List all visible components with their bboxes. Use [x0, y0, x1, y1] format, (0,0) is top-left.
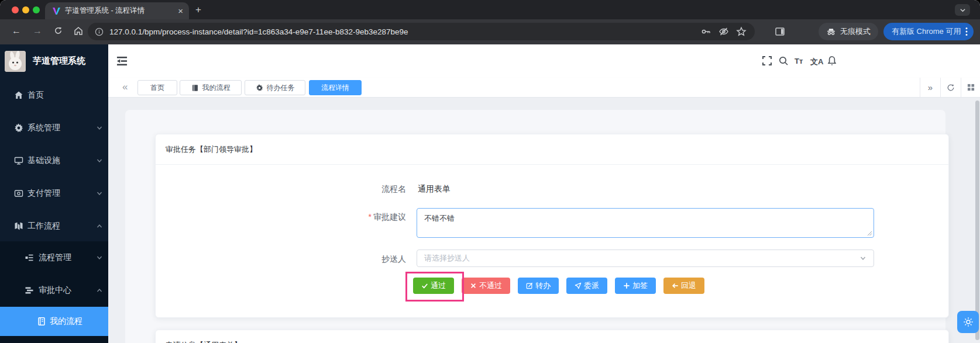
- chevron-down-icon: [96, 254, 103, 261]
- close-tab-icon[interactable]: ×: [178, 6, 183, 15]
- sidebar-item-process-mgmt[interactable]: 流程管理: [0, 241, 108, 274]
- settings-fab-button[interactable]: [957, 311, 979, 333]
- opinion-value: 不错不错: [424, 214, 455, 223]
- application-info-card: 申请信息【通用表单】: [155, 330, 949, 343]
- tag-home[interactable]: 首页: [137, 80, 177, 95]
- cc-label: 抄送人: [336, 254, 406, 265]
- card-title: 申请信息【通用表单】: [156, 330, 948, 343]
- site-info-icon[interactable]: [95, 27, 104, 36]
- chevron-up-icon: [96, 287, 103, 294]
- tags-view-bar: « 首页 我的流程 待办任务 流程详情 »: [108, 78, 980, 98]
- new-tab-button[interactable]: +: [195, 5, 201, 15]
- sidebar-logo[interactable]: 芋道管理系统: [0, 44, 108, 78]
- delegate-button[interactable]: 委派: [566, 278, 607, 294]
- cc-select[interactable]: 请选择抄送人: [417, 250, 874, 267]
- sidebar-item-label: 流程管理: [39, 252, 71, 263]
- incognito-label: 无痕模式: [840, 26, 871, 37]
- sidebar-item-workflow[interactable]: 工作流程: [0, 210, 108, 242]
- language-icon[interactable]: 文A: [810, 57, 823, 67]
- logo-rabbit-image: [5, 51, 26, 72]
- browser-tab-strip: 芋道管理系统 - 流程详情 × +: [0, 0, 980, 19]
- sidebar-item-system[interactable]: 系统管理: [0, 112, 108, 144]
- button-label: 委派: [584, 280, 599, 291]
- sidebar-item-payment[interactable]: 支付管理: [0, 177, 108, 210]
- sidebar-item-infra[interactable]: 基础设施: [0, 144, 108, 177]
- edit-icon: [526, 282, 533, 289]
- monitor-icon: [14, 156, 23, 165]
- tag-todo-tasks[interactable]: 待办任务: [245, 80, 305, 95]
- tab-search-button[interactable]: [955, 4, 970, 16]
- button-label: 转办: [535, 280, 551, 291]
- tag-label: 首页: [150, 83, 164, 93]
- scroll-right-button[interactable]: »: [920, 78, 940, 97]
- sidebar-item-label: 首页: [27, 90, 44, 101]
- search-icon[interactable]: [778, 56, 790, 67]
- incognito-icon: [826, 27, 836, 37]
- opinion-label: 审批建议: [336, 212, 406, 223]
- browser-menu-icon[interactable]: [965, 27, 968, 36]
- bookmark-star-icon[interactable]: [736, 26, 747, 37]
- opinion-textarea[interactable]: 不错不错: [417, 208, 874, 238]
- process-name-label: 流程名: [336, 184, 406, 195]
- resize-handle[interactable]: [867, 231, 872, 236]
- sidebar-item-label: 审批中心: [39, 285, 71, 296]
- home-icon: [14, 91, 23, 100]
- scrollbar-thumb[interactable]: [975, 101, 979, 340]
- sidebar-item-my-process[interactable]: 我的流程: [0, 307, 108, 336]
- layout-grid-button[interactable]: [961, 78, 980, 97]
- transfer-button[interactable]: 转办: [518, 278, 559, 294]
- page-wrapper: 审批任务【部门领导审批】 流程名 通用表单 审批建议 不错不错 抄送人 请选择抄…: [125, 110, 945, 343]
- tag-label: 待办任务: [267, 83, 295, 93]
- fullscreen-icon[interactable]: [762, 56, 773, 67]
- browser-toolbar: ← → 127.0.0.1/bpm/process-instance/detai…: [0, 19, 980, 44]
- sidebar-item-approval-center[interactable]: 审批中心: [0, 274, 108, 307]
- close-window-button[interactable]: [12, 6, 19, 13]
- zoom-window-button[interactable]: [33, 6, 40, 13]
- gear-icon: [256, 84, 263, 92]
- return-button[interactable]: 回退: [663, 278, 704, 294]
- annotation-highlight-box: [405, 272, 464, 302]
- indent-list-icon: [25, 253, 34, 262]
- approval-task-card: 审批任务【部门领导审批】 流程名 通用表单 审批建议 不错不错 抄送人 请选择抄…: [155, 134, 949, 318]
- card-title: 审批任务【部门领导审批】: [156, 134, 948, 165]
- side-panel-icon[interactable]: [775, 26, 785, 37]
- button-label: 不通过: [479, 280, 502, 291]
- minimize-window-button[interactable]: [22, 6, 29, 13]
- gear-icon: [963, 317, 974, 327]
- sidebar-item-label: 基础设施: [27, 155, 60, 166]
- back-icon[interactable]: ←: [12, 26, 21, 36]
- tag-my-process[interactable]: 我的流程: [180, 80, 242, 95]
- reject-button[interactable]: 不通过: [462, 278, 510, 294]
- tag-process-detail[interactable]: 流程详情: [309, 80, 362, 95]
- chevron-down-icon: [96, 190, 103, 197]
- chevron-up-icon: [96, 223, 103, 230]
- password-key-icon[interactable]: [701, 26, 711, 37]
- close-icon: [470, 282, 477, 289]
- plus-icon: [623, 282, 630, 289]
- eye-off-icon[interactable]: [718, 26, 729, 37]
- menu-fold-icon[interactable]: [116, 56, 128, 67]
- home-icon[interactable]: [74, 26, 83, 36]
- font-size-icon[interactable]: Tт: [795, 57, 803, 65]
- notebook-icon: [191, 84, 199, 92]
- arrow-left-icon: [672, 282, 679, 289]
- stacked-list-icon: [25, 286, 34, 295]
- chevron-down-icon: [96, 157, 103, 164]
- forward-icon[interactable]: →: [33, 26, 42, 36]
- bell-icon[interactable]: [827, 56, 838, 67]
- notebook-icon: [37, 317, 46, 326]
- reload-icon[interactable]: [54, 26, 63, 35]
- sidebar-item-label: 支付管理: [27, 188, 60, 199]
- browser-tab[interactable]: 芋道管理系统 - 流程详情 ×: [45, 2, 189, 19]
- tag-label: 流程详情: [321, 83, 349, 93]
- refresh-tag-button[interactable]: [940, 78, 961, 97]
- address-bar[interactable]: 127.0.0.1/bpm/process-instance/detail?id…: [88, 23, 755, 40]
- add-sign-button[interactable]: 加签: [615, 278, 656, 294]
- gear-icon: [14, 123, 23, 133]
- workflow-icon: [14, 221, 23, 231]
- app-header: Tт 文A 测试号: [108, 44, 980, 78]
- chrome-update-button[interactable]: 有新版 Chrome 可用: [883, 23, 974, 40]
- chevron-down-icon: [859, 255, 866, 262]
- sidebar-item-home[interactable]: 首页: [0, 79, 108, 112]
- scroll-left-icon[interactable]: «: [122, 80, 128, 94]
